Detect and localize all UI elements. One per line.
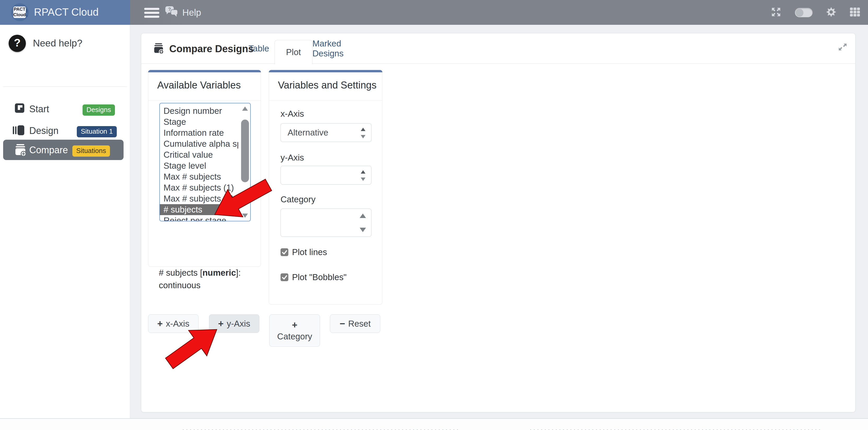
compare-icon [14,143,27,158]
plot-lines-checkbox[interactable]: Plot lines [281,247,327,257]
toggle-knob [796,9,803,16]
panel-divider [148,100,261,101]
topbar-actions [771,0,860,25]
help-button[interactable]: ? Help [165,5,201,20]
available-variables-title: Available Variables [157,79,241,91]
add-category-button[interactable]: +Category [269,315,320,347]
chevron-up-icon[interactable] [361,128,366,131]
scroll-up-icon[interactable] [242,106,248,111]
variable-option[interactable]: Max # subjects (1) [160,182,238,193]
variable-option-selected[interactable]: # subjects [160,204,235,215]
compare-designs-icon [153,42,164,55]
svg-text:?: ? [168,7,171,12]
chevron-up-icon[interactable] [360,213,366,218]
x-axis-value: Alternative [287,128,328,138]
listbox-scrollbar[interactable] [241,104,249,220]
chevron-down-icon[interactable] [361,135,366,138]
variable-option[interactable]: Cumulative alpha spent [160,138,238,149]
plus-icon: + [157,318,163,329]
plus-icon: + [218,318,224,329]
help-chat-icon: ? [165,6,179,19]
topbar: R PACTCloud RPACT Cloud ? Help [0,0,868,25]
sidebar-item-start[interactable]: Start Designs [0,99,130,119]
sidebar-item-label: Design [29,125,59,136]
sidebar-item-label: Start [29,104,49,114]
tab-table[interactable]: Table [242,33,276,64]
panel-divider [269,100,382,101]
panel-accent-bar [269,70,382,72]
scrollbar-thumb[interactable] [241,120,249,182]
y-axis-select[interactable] [281,166,371,185]
add-x-axis-button[interactable]: +x-Axis [148,315,198,333]
scroll-down-icon[interactable] [242,213,248,218]
tab-marked-designs[interactable]: Marked Designs [312,33,372,64]
situation-badge: Situation 1 [77,126,117,137]
variable-option[interactable]: Max # subjects (2) [160,193,238,204]
plot-bobbles-label: Plot "Bobbles" [292,272,347,282]
add-y-axis-button[interactable]: +y-Axis [209,315,259,333]
chevron-up-icon[interactable] [361,170,366,174]
help-label: Help [182,7,201,18]
variable-option[interactable]: Max # subjects [160,171,238,182]
fullscreen-icon[interactable] [771,7,781,18]
available-variables-panel: Available Variables Design number Stage … [148,70,261,267]
menu-toggle-icon[interactable] [144,8,159,18]
start-icon [14,103,25,114]
sidebar-item-design[interactable]: Design Situation 1 [0,120,130,141]
footer [0,418,868,430]
designs-badge: Designs [83,104,115,115]
logo-area: R PACTCloud RPACT Cloud [0,0,130,25]
expand-panel-icon[interactable] [837,42,848,53]
variables-settings-panel: Variables and Settings x-Axis Alternativ… [269,70,382,305]
question-mark-icon: ? [9,35,26,52]
variable-option[interactable]: Stage level [160,160,238,171]
category-label: Category [281,195,315,204]
rpact-logo-icon: R PACTCloud [11,3,29,21]
need-help-button[interactable]: ? Need help? [0,35,130,54]
variable-option[interactable]: Reject per stage [160,215,238,221]
x-axis-label: x-Axis [281,109,304,119]
checked-checkbox-icon[interactable] [281,248,288,256]
need-help-label: Need help? [33,38,82,49]
panel-accent-bar [148,70,261,72]
variable-option[interactable]: Design number [160,105,238,117]
plot-lines-label: Plot lines [292,247,327,257]
y-axis-label: y-Axis [281,153,304,163]
settings-sun-icon[interactable] [826,7,836,18]
tab-plot[interactable]: Plot [275,40,312,64]
minus-icon: − [340,318,345,329]
variables-listbox[interactable]: Design number Stage Information rate Cum… [159,103,251,221]
rpact-cloud-app: R PACTCloud RPACT Cloud ? Help [0,0,868,430]
variable-option[interactable]: Critical value [160,149,238,160]
variables-settings-title: Variables and Settings [278,79,376,91]
variable-option[interactable]: Stage [160,117,238,127]
x-axis-select[interactable]: Alternative [281,123,371,142]
card-title: Compare Designs [169,43,254,55]
sidebar-item-compare[interactable]: Compare Situations [3,140,124,160]
variable-description: # subjects [numeric]: continuous [159,267,241,292]
chevron-down-icon[interactable] [361,177,366,181]
plot-bobbles-checkbox[interactable]: Plot "Bobbles" [281,272,347,282]
category-select[interactable] [281,209,371,237]
sidebar: ? Need help? Start Designs Des [0,25,130,430]
reset-button[interactable]: −Reset [330,315,380,333]
checked-checkbox-icon[interactable] [281,273,288,281]
variable-option[interactable]: Information rate [160,127,238,138]
app-title: RPACT Cloud [34,6,99,18]
grid-apps-icon[interactable] [850,7,860,18]
plus-icon: + [292,320,297,331]
sidebar-item-label: Compare [29,145,68,156]
card-header: Compare Designs Table Plot Marked Design… [141,33,855,64]
theme-toggle[interactable] [795,8,813,17]
situations-badge: Situations [72,145,110,157]
compare-designs-card: Compare Designs Table Plot Marked Design… [141,33,856,412]
chevron-down-icon[interactable] [360,228,366,232]
design-icon [12,125,25,137]
